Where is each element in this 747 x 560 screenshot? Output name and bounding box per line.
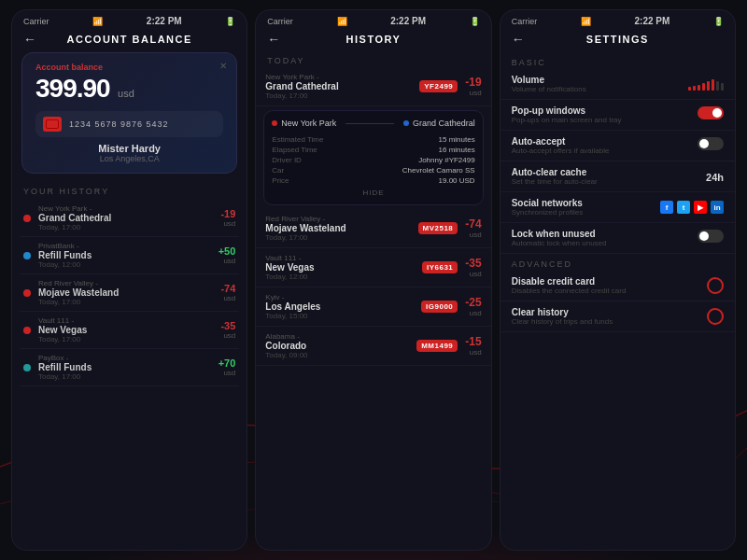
panel-header-2: ← HISTORY: [256, 30, 490, 52]
dot-icon: [23, 327, 31, 334]
toggle-lock[interactable]: [698, 230, 724, 246]
item-currency: usd: [218, 369, 236, 377]
setting-sub: Clear history of trips and funds: [512, 317, 707, 326]
ride-item[interactable]: Alabama - Colorado Today, 09:00 MM1499 -…: [256, 327, 490, 366]
toggle-knob: [712, 108, 722, 118]
balance-amount: 399.90: [35, 74, 110, 103]
vol-bar: [707, 81, 710, 91]
ride-name: Grand Cathedral: [265, 81, 419, 91]
twitter-icon[interactable]: t: [677, 201, 690, 214]
ride-item[interactable]: Kyiv - Los Angeles Today, 15:00 IG9000 -…: [256, 287, 490, 327]
advanced-section-label: ADVANCED: [500, 254, 735, 271]
item-name: New Vegas: [38, 325, 220, 335]
ride-sub: Vault 111 -: [265, 254, 422, 262]
volume-control[interactable]: [688, 77, 724, 91]
ride-badge: IY6631: [422, 261, 458, 273]
item-sub: PayBox -: [38, 354, 218, 362]
detail-row: Elapsed Time 16 minutes: [272, 146, 474, 154]
status-bar-3: Carrier 📶 2:22 PM 🔋: [500, 10, 735, 30]
ride-amount: -19: [465, 76, 481, 89]
toggle-knob: [699, 139, 709, 148]
wifi-icon-3: 📶: [581, 17, 591, 26]
settings-autoaccept[interactable]: Auto-accept Auto-accept offers if availa…: [500, 131, 735, 161]
settings-popup[interactable]: Pop-up windows Pop-ups on main screen an…: [500, 100, 735, 131]
list-item[interactable]: PrivatBank - Refill Funds Today, 12:00 +…: [20, 237, 239, 274]
radio-button[interactable]: [707, 308, 724, 325]
card-number-row: 1234 5678 9876 5432: [35, 111, 223, 137]
list-item[interactable]: PayBox - Refill Funds Today, 17:00 +70 u…: [20, 349, 239, 386]
settings-social[interactable]: Social networks Synchronized profiles f …: [500, 192, 735, 223]
item-date: Today, 17:00: [38, 372, 218, 381]
settings-autoclear[interactable]: Auto-clear cache Set the time for auto-c…: [500, 161, 735, 192]
radio-inner: [712, 282, 719, 289]
radio-disable-card[interactable]: [707, 277, 724, 294]
settings-volume[interactable]: Volume Volume of notifications: [500, 69, 735, 100]
radio-clear-history[interactable]: [707, 308, 724, 325]
settings-clear-history[interactable]: Clear history Clear history of trips and…: [500, 301, 735, 332]
wifi-icon-2: 📶: [337, 17, 347, 26]
setting-name: Pop-up windows: [512, 105, 698, 116]
setting-name: Volume: [512, 75, 688, 85]
setting-sub: Volume of notifications: [512, 85, 688, 93]
status-bar-2: Carrier 📶 2:22 PM 🔋: [256, 10, 490, 30]
balance-currency: usd: [118, 88, 134, 99]
ride-amount: -15: [465, 335, 481, 348]
carrier-2: Carrier: [267, 17, 293, 26]
panel-history: Carrier 📶 2:22 PM 🔋 ← HISTORY TODAY New …: [255, 9, 491, 551]
social-control[interactable]: f t ▶ in: [660, 201, 724, 214]
toggle-popup[interactable]: [698, 106, 724, 123]
back-button-2[interactable]: ←: [267, 32, 280, 47]
ride-usd: usd: [465, 89, 481, 97]
detail-val: 16 minutes: [439, 146, 475, 154]
battery-icon-1: 🔋: [225, 17, 235, 26]
vol-bar: [702, 83, 705, 91]
card-holder: Mister Hardy: [35, 143, 223, 154]
volume-bars: [688, 77, 724, 91]
toggle-switch[interactable]: [698, 106, 724, 119]
ride-date: Today, 12:00: [265, 273, 422, 281]
detail-key: Price: [272, 176, 289, 185]
detail-val: 19.00 USD: [439, 176, 475, 185]
item-date: Today, 17:00: [38, 223, 220, 231]
list-item[interactable]: New York Park - Grand Cathedral Today, 1…: [20, 200, 239, 237]
list-item[interactable]: Vault 111 - New Vegas Today, 17:00 -35 u…: [20, 312, 239, 349]
carrier-1: Carrier: [23, 17, 49, 26]
linkedin-icon[interactable]: in: [711, 201, 724, 214]
facebook-icon[interactable]: f: [660, 201, 673, 214]
detail-key: Estimated Time: [272, 135, 323, 144]
ride-item[interactable]: New York Park - Grand Cathedral Today, 1…: [256, 67, 490, 106]
youtube-icon[interactable]: ▶: [694, 201, 707, 214]
item-name: Refill Funds: [38, 362, 218, 372]
balance-card: ✕ Account balance 399.90 usd 1234 5678 9…: [21, 52, 237, 174]
route-to: Grand Cathedral: [403, 119, 475, 128]
back-button-3[interactable]: ←: [512, 32, 525, 47]
detail-row: Price 19.00 USD: [272, 176, 474, 185]
hide-button[interactable]: HIDE: [272, 189, 474, 197]
card-location: Los Angeles,CA: [35, 154, 223, 163]
ride-sub: New York Park -: [265, 73, 419, 81]
item-name: Grand Cathedral: [38, 213, 220, 223]
balance-amount-row: 399.90 usd: [35, 74, 223, 104]
basic-section-label: BASIC: [500, 52, 735, 69]
vol-bar: [716, 81, 719, 91]
detail-key: Driver ID: [272, 156, 302, 164]
time-control[interactable]: 24h: [706, 168, 724, 185]
settings-disable-card[interactable]: Disable credit card Disables the connect…: [500, 271, 735, 301]
wifi-icon-1: 📶: [92, 17, 103, 26]
radio-button[interactable]: [707, 277, 724, 294]
item-currency: usd: [218, 257, 236, 265]
toggle-autoaccept[interactable]: [698, 137, 724, 154]
toggle-switch[interactable]: [698, 137, 724, 150]
ride-item[interactable]: Vault 111 - New Vegas Today, 12:00 IY663…: [256, 248, 490, 287]
settings-lock[interactable]: Lock when unused Automatic lock when unu…: [500, 223, 735, 254]
back-button-1[interactable]: ←: [23, 32, 36, 47]
social-icons: f t ▶ in: [660, 201, 724, 214]
item-name: Mojave Wasteland: [38, 287, 220, 298]
toggle-switch[interactable]: [698, 230, 724, 243]
from-label: New York Park: [281, 119, 336, 128]
ride-detail-card: New York Park Grand Cathedral Estimated …: [263, 110, 483, 205]
close-button[interactable]: ✕: [219, 61, 227, 71]
item-name: Refill Funds: [38, 250, 218, 260]
list-item[interactable]: Red River Valley - Mojave Wasteland Toda…: [20, 274, 239, 312]
ride-item[interactable]: Red River Valley - Mojave Wasteland Toda…: [256, 209, 490, 248]
